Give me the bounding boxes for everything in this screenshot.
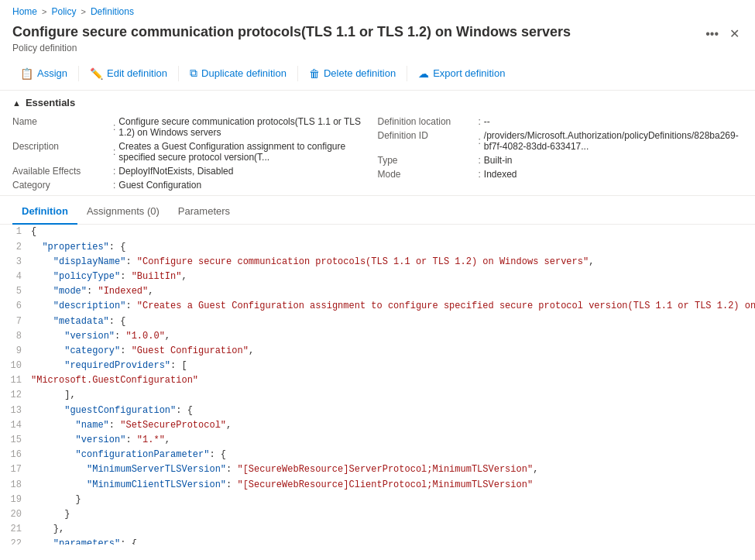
line-code: "MinimumServerTLSVersion": "[SecureWebRe…: [28, 462, 755, 477]
line-number: 16: [0, 448, 28, 462]
tab-definition[interactable]: Definition: [12, 199, 77, 225]
duplicate-definition-button[interactable]: ⧉ Duplicate definition: [182, 63, 294, 84]
name-value: Configure secure communication protocols…: [113, 116, 378, 138]
line-code: "name": "SetSecureProtocol",: [28, 418, 755, 433]
breadcrumb-policy[interactable]: Policy: [51, 6, 76, 17]
code-container: 1{2 "properties": {3 "displayName": "Con…: [0, 225, 755, 545]
code-line: 9 "category": "Guest Configuration",: [0, 344, 755, 359]
line-code: "version": "1.0.0",: [28, 329, 755, 344]
line-code: }: [28, 493, 755, 507]
line-number: 17: [0, 462, 28, 477]
line-number: 8: [0, 329, 28, 344]
essentials-defloc-row: Definition location --: [378, 115, 743, 129]
breadcrumb-definitions[interactable]: Definitions: [91, 6, 134, 17]
line-code: "guestConfiguration": {: [28, 404, 755, 418]
code-line: 10 "requiredProviders": [: [0, 359, 755, 373]
page-title: Configure secure communication protocols…: [12, 23, 571, 41]
line-code: }: [28, 507, 755, 522]
export-definition-button[interactable]: ☁ Export definition: [410, 64, 513, 84]
page-header: Configure secure communication protocols…: [0, 20, 755, 60]
line-number: 2: [0, 240, 28, 255]
breadcrumb-home[interactable]: Home: [12, 6, 37, 17]
code-line: 14 "name": "SetSecureProtocol",: [0, 418, 755, 433]
line-number: 13: [0, 404, 28, 418]
code-area[interactable]: 1{2 "properties": {3 "displayName": "Con…: [0, 225, 755, 545]
defloc-value: --: [479, 116, 490, 127]
code-line: 21 },: [0, 522, 755, 537]
code-line: 2 "properties": {: [0, 240, 755, 255]
duplicate-icon: ⧉: [190, 67, 197, 80]
line-number: 21: [0, 522, 28, 537]
tabs-bar: Definition Assignments (0) Parameters: [0, 199, 755, 225]
defloc-label: Definition location: [378, 116, 479, 127]
breadcrumb-sep1: >: [42, 7, 46, 16]
code-line: 6 "description": "Creates a Guest Config…: [0, 299, 755, 314]
category-value: Guest Configuration: [113, 180, 201, 191]
tab-assignments[interactable]: Assignments (0): [77, 199, 169, 225]
essentials-grid: Name Configure secure communication prot…: [12, 115, 743, 192]
line-code: "metadata": {: [28, 314, 755, 329]
toolbar: 📋 Assign ✏️ Edit definition ⧉ Duplicate …: [0, 60, 755, 91]
line-code: "mode": "Indexed",: [28, 284, 755, 299]
assign-button[interactable]: 📋 Assign: [12, 64, 75, 84]
name-label: Name: [12, 116, 113, 127]
code-line: 13 "guestConfiguration": {: [0, 404, 755, 418]
tab-parameters[interactable]: Parameters: [169, 199, 239, 225]
line-number: 1: [0, 225, 28, 239]
more-options-button[interactable]: •••: [701, 24, 723, 44]
line-number: 5: [0, 284, 28, 299]
line-number: 12: [0, 388, 28, 403]
essentials-effects-row: Available Effects DeployIfNotExists, Dis…: [12, 164, 378, 178]
chevron-up-icon: ▲: [12, 98, 21, 108]
toolbar-divider4: [407, 66, 407, 81]
breadcrumb-sep2: >: [81, 7, 85, 16]
export-icon: ☁: [418, 67, 429, 80]
edit-definition-button[interactable]: ✏️ Edit definition: [82, 64, 175, 84]
code-line: 18 "MinimumClientTLSVersion": "[SecureWe…: [0, 478, 755, 493]
close-button[interactable]: ✕: [726, 23, 743, 44]
code-line: 3 "displayName": "Configure secure commu…: [0, 255, 755, 270]
assign-icon: 📋: [20, 67, 33, 80]
line-number: 14: [0, 418, 28, 433]
category-label: Category: [12, 180, 113, 191]
delete-label: Delete definition: [324, 67, 396, 79]
line-number: 6: [0, 299, 28, 314]
code-line: 16 "configurationParameter": {: [0, 448, 755, 462]
delete-definition-button[interactable]: 🗑 Delete definition: [301, 64, 403, 84]
code-line: 7 "metadata": {: [0, 314, 755, 329]
edit-label: Edit definition: [107, 67, 167, 79]
line-code: ],: [28, 388, 755, 403]
line-number: 10: [0, 359, 28, 373]
line-number: 9: [0, 344, 28, 359]
line-number: 20: [0, 507, 28, 522]
description-value: Creates a Guest Configuration assignment…: [113, 141, 378, 163]
line-number: 15: [0, 433, 28, 448]
code-line: 15 "version": "1.*",: [0, 433, 755, 448]
essentials-mode-row: Mode Indexed: [378, 167, 743, 181]
line-code: "requiredProviders": [: [28, 359, 755, 373]
edit-icon: ✏️: [90, 67, 103, 80]
line-code: "parameters": {: [28, 537, 755, 545]
mode-value: Indexed: [479, 169, 517, 180]
mode-label: Mode: [378, 169, 479, 180]
code-line: 8 "version": "1.0.0",: [0, 329, 755, 344]
line-number: 18: [0, 478, 28, 493]
duplicate-label: Duplicate definition: [201, 67, 287, 79]
essentials-category-row: Category Guest Configuration: [12, 178, 378, 192]
line-code: "category": "Guest Configuration",: [28, 344, 755, 359]
breadcrumb: Home > Policy > Definitions: [0, 0, 755, 20]
line-number: 19: [0, 493, 28, 507]
defid-value: /providers/Microsoft.Authorization/polic…: [479, 130, 743, 152]
export-label: Export definition: [433, 67, 505, 79]
code-line: 22 "parameters": {: [0, 537, 755, 545]
line-code: "MinimumClientTLSVersion": "[SecureWebRe…: [28, 478, 755, 493]
code-line: 12 ],: [0, 388, 755, 403]
line-code: "description": "Creates a Guest Configur…: [28, 299, 755, 314]
line-code: "Microsoft.GuestConfiguration": [28, 373, 755, 388]
code-line: 17 "MinimumServerTLSVersion": "[SecureWe…: [0, 462, 755, 477]
line-number: 7: [0, 314, 28, 329]
line-number: 11: [0, 373, 28, 388]
code-line: 19 }: [0, 493, 755, 507]
essentials-section: ▲ Essentials Name Configure secure commu…: [0, 91, 755, 196]
essentials-header[interactable]: ▲ Essentials: [12, 97, 743, 108]
